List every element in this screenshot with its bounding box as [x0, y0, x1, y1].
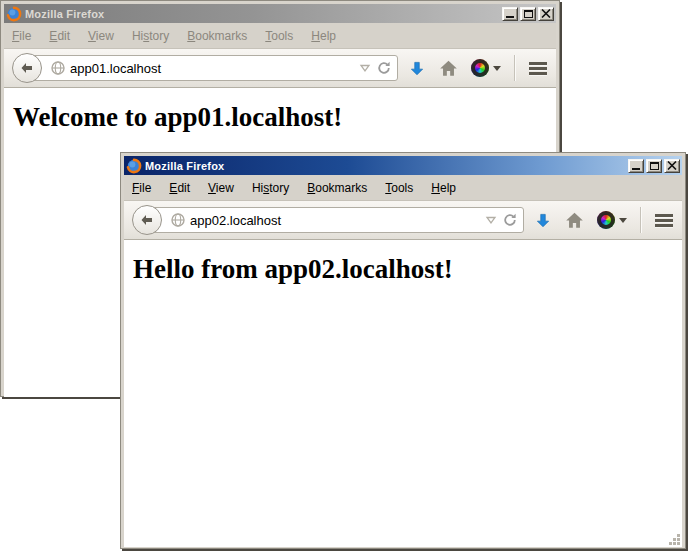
close-button[interactable]: [538, 7, 554, 21]
addon-button[interactable]: [597, 211, 627, 229]
firefox-logo-icon: [6, 6, 22, 22]
menubar: File Edit View History Bookmarks Tools H…: [124, 175, 682, 200]
menu-file[interactable]: File: [132, 181, 151, 195]
menu-history[interactable]: History: [132, 29, 169, 43]
globe-icon: [50, 60, 66, 76]
reload-icon[interactable]: [502, 212, 518, 228]
firefox-logo-icon: [126, 158, 142, 174]
url-input[interactable]: [70, 61, 359, 76]
menu-view[interactable]: View: [88, 29, 114, 43]
close-button[interactable]: [664, 159, 680, 173]
home-icon[interactable]: [565, 211, 584, 230]
url-bar[interactable]: [27, 55, 398, 81]
window-title: Mozilla Firefox: [145, 160, 626, 172]
titlebar[interactable]: Mozilla Firefox: [124, 156, 682, 175]
back-button[interactable]: [12, 53, 42, 83]
maximize-icon: [650, 162, 659, 170]
minimize-icon: [632, 168, 640, 170]
minimize-icon: [506, 16, 514, 18]
reload-icon[interactable]: [376, 60, 392, 76]
color-wheel-addon-icon: [471, 59, 489, 77]
maximize-button[interactable]: [520, 7, 536, 21]
page-content-app02: Hello from app02.localhost!: [124, 240, 682, 547]
menu-help[interactable]: Help: [431, 181, 456, 195]
navigation-toolbar: [124, 200, 682, 240]
window-title: Mozilla Firefox: [25, 8, 500, 20]
color-wheel-addon-icon: [597, 211, 615, 229]
url-input[interactable]: [190, 213, 485, 228]
download-icon[interactable]: [534, 210, 552, 230]
menu-edit[interactable]: Edit: [49, 29, 70, 43]
menu-history[interactable]: History: [252, 181, 289, 195]
maximize-button[interactable]: [646, 159, 662, 173]
page-heading: Hello from app02.localhost!: [133, 254, 682, 285]
back-arrow-icon: [139, 212, 155, 228]
url-bar[interactable]: [147, 207, 524, 233]
toolbar-separator: [514, 55, 515, 81]
page-heading: Welcome to app01.localhost!: [13, 102, 556, 133]
menubar: File Edit View History Bookmarks Tools H…: [4, 23, 556, 48]
home-icon[interactable]: [439, 59, 458, 78]
toolbar-separator: [640, 207, 641, 233]
globe-icon: [170, 212, 186, 228]
minimize-button[interactable]: [502, 7, 518, 21]
back-button[interactable]: [132, 205, 162, 235]
menu-hamburger-button[interactable]: [528, 60, 548, 77]
menu-tools[interactable]: Tools: [265, 29, 293, 43]
menu-tools[interactable]: Tools: [385, 181, 413, 195]
resize-grip[interactable]: [667, 532, 681, 546]
menu-bookmarks[interactable]: Bookmarks: [307, 181, 367, 195]
close-icon: [541, 9, 551, 18]
menu-bookmarks[interactable]: Bookmarks: [187, 29, 247, 43]
titlebar[interactable]: Mozilla Firefox: [4, 4, 556, 23]
navigation-toolbar: [4, 48, 556, 88]
download-icon[interactable]: [408, 58, 426, 78]
urlbar-dropdown-icon[interactable]: [359, 62, 371, 74]
addon-caret-icon: [493, 66, 501, 71]
urlbar-dropdown-icon[interactable]: [485, 214, 497, 226]
minimize-button[interactable]: [628, 159, 644, 173]
menu-view[interactable]: View: [208, 181, 234, 195]
maximize-icon: [524, 10, 533, 18]
menu-edit[interactable]: Edit: [169, 181, 190, 195]
close-icon: [667, 161, 677, 170]
back-arrow-icon: [19, 60, 35, 76]
addon-button[interactable]: [471, 59, 501, 77]
addon-caret-icon: [619, 218, 627, 223]
menu-file[interactable]: File: [12, 29, 31, 43]
menu-help[interactable]: Help: [311, 29, 336, 43]
browser-window-app02[interactable]: Mozilla Firefox File Edit View History B…: [120, 152, 686, 549]
menu-hamburger-button[interactable]: [654, 212, 674, 229]
